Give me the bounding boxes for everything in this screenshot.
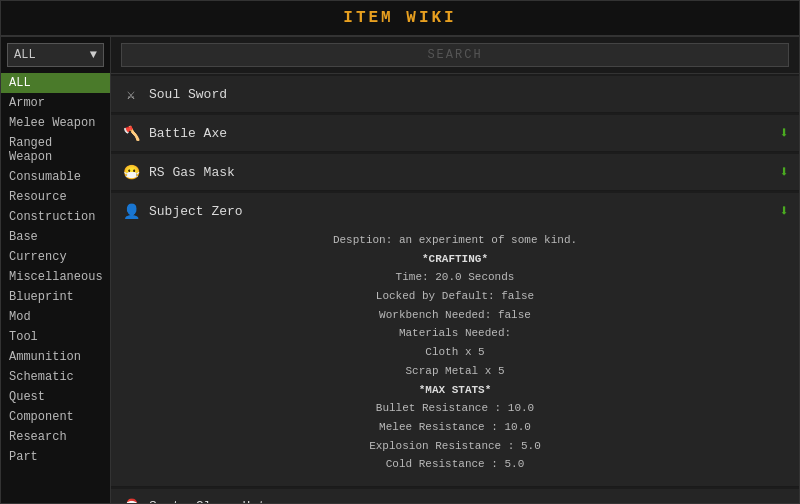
- item-name: RS Gas Mask: [149, 165, 779, 180]
- sidebar-item-resource[interactable]: Resource: [1, 187, 110, 207]
- item-name: Santa Claus Hat: [149, 499, 789, 503]
- sidebar-item-part[interactable]: Part: [1, 447, 110, 467]
- locked-default: Locked by Default: false: [151, 287, 759, 306]
- stat-cold: Cold Resistance : 5.0: [151, 455, 759, 474]
- item-name: Soul Sword: [149, 87, 789, 102]
- category-dropdown[interactable]: ALL ▼: [7, 43, 104, 67]
- item-row[interactable]: 🪓 Battle Axe ⬇: [111, 115, 799, 152]
- stat-melee: Melee Resistance : 10.0: [151, 418, 759, 437]
- item-row[interactable]: 🎅 Santa Claus Hat: [111, 489, 799, 503]
- crafting-header: *CRAFTING*: [151, 250, 759, 269]
- sidebar-list: ALL Armor Melee Weapon Ranged Weapon Con…: [1, 73, 110, 503]
- expand-arrow-icon: ⬇: [779, 123, 789, 143]
- sidebar-item-research[interactable]: Research: [1, 427, 110, 447]
- search-bar: [111, 37, 799, 74]
- sidebar-item-miscellaneous[interactable]: Miscellaneous: [1, 267, 110, 287]
- sidebar-item-mod[interactable]: Mod: [1, 307, 110, 327]
- sidebar: ALL ▼ ALL Armor Melee Weapon Ranged Weap…: [1, 37, 111, 503]
- sidebar-item-component[interactable]: Component: [1, 407, 110, 427]
- sidebar-item-base[interactable]: Base: [1, 227, 110, 247]
- max-stats-header: *MAX STATS*: [151, 381, 759, 400]
- sidebar-item-blueprint[interactable]: Blueprint: [1, 287, 110, 307]
- sidebar-item-melee-weapon[interactable]: Melee Weapon: [1, 113, 110, 133]
- chevron-down-icon: ▼: [90, 48, 97, 62]
- item-row-header: 🎅 Santa Claus Hat: [121, 493, 789, 503]
- sidebar-item-quest[interactable]: Quest: [1, 387, 110, 407]
- page-title: ITEM WIKI: [343, 9, 456, 27]
- sidebar-item-currency[interactable]: Currency: [1, 247, 110, 267]
- item-list: ⚔ Soul Sword 🪓 Battle Axe ⬇ 😷: [111, 74, 799, 503]
- item-row-header: ⚔ Soul Sword: [121, 80, 789, 108]
- item-description: Desption: an experiment of some kind.: [151, 231, 759, 250]
- character-icon: 👤: [121, 201, 141, 221]
- materials-header: Materials Needed:: [151, 324, 759, 343]
- item-row-header: 😷 RS Gas Mask ⬇: [121, 158, 789, 186]
- material-scrap: Scrap Metal x 5: [151, 362, 759, 381]
- workbench-needed: Workbench Needed: false: [151, 306, 759, 325]
- item-name: Subject Zero: [149, 204, 779, 219]
- material-cloth: Cloth x 5: [151, 343, 759, 362]
- santa-hat-icon: 🎅: [121, 497, 141, 503]
- header: ITEM WIKI: [1, 1, 799, 37]
- item-row[interactable]: 😷 RS Gas Mask ⬇: [111, 154, 799, 191]
- item-row[interactable]: ⚔ Soul Sword: [111, 76, 799, 113]
- expand-arrow-icon: ⬇: [779, 162, 789, 182]
- dropdown-label: ALL: [14, 48, 36, 62]
- search-input[interactable]: [121, 43, 789, 67]
- item-row-header: 👤 Subject Zero ⬇: [121, 197, 789, 225]
- expand-arrow-icon: ⬇: [779, 201, 789, 221]
- axe-icon: 🪓: [121, 123, 141, 143]
- sidebar-item-armor[interactable]: Armor: [1, 93, 110, 113]
- craft-time: Time: 20.0 Seconds: [151, 268, 759, 287]
- sidebar-item-consumable[interactable]: Consumable: [1, 167, 110, 187]
- sidebar-item-ranged-weapon[interactable]: Ranged Weapon: [1, 133, 110, 167]
- item-detail: Desption: an experiment of some kind. *C…: [121, 225, 789, 482]
- gasmask-icon: 😷: [121, 162, 141, 182]
- sidebar-item-tool[interactable]: Tool: [1, 327, 110, 347]
- item-row-expanded[interactable]: 👤 Subject Zero ⬇ Desption: an experiment…: [111, 193, 799, 487]
- item-name: Battle Axe: [149, 126, 779, 141]
- sidebar-item-all[interactable]: ALL: [1, 73, 110, 93]
- sidebar-item-ammunition[interactable]: Ammunition: [1, 347, 110, 367]
- sidebar-item-schematic[interactable]: Schematic: [1, 367, 110, 387]
- sidebar-item-construction[interactable]: Construction: [1, 207, 110, 227]
- item-row-header: 🪓 Battle Axe ⬇: [121, 119, 789, 147]
- sword-icon: ⚔: [121, 84, 141, 104]
- stat-explosion: Explosion Resistance : 5.0: [151, 437, 759, 456]
- app-container: ITEM WIKI ALL ▼ ALL Armor Melee Weapon R…: [0, 0, 800, 504]
- content-area: ⚔ Soul Sword 🪓 Battle Axe ⬇ 😷: [111, 37, 799, 503]
- main-layout: ALL ▼ ALL Armor Melee Weapon Ranged Weap…: [1, 37, 799, 503]
- stat-bullet: Bullet Resistance : 10.0: [151, 399, 759, 418]
